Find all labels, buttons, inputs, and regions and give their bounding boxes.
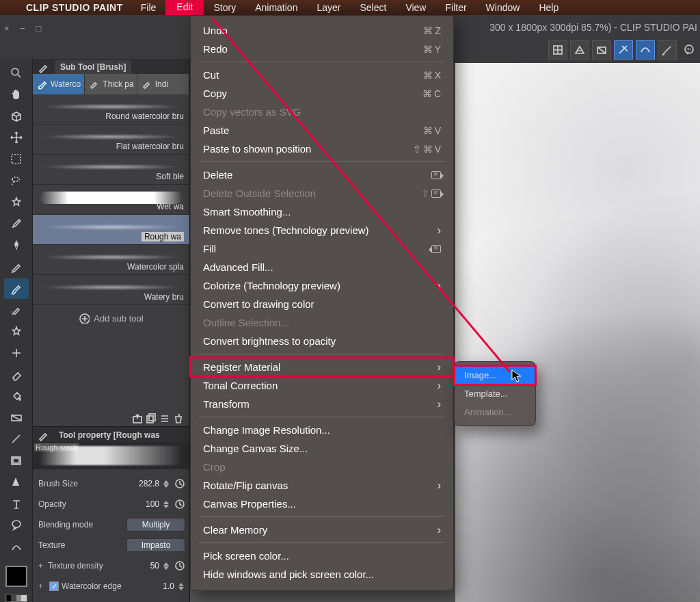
menu-item-redo[interactable]: RedoY <box>191 40 453 58</box>
menu-view[interactable]: View <box>396 0 435 15</box>
tool-ruler[interactable] <box>4 473 29 493</box>
stepper-icon[interactable] <box>163 497 170 512</box>
menu-file[interactable]: File <box>131 0 166 15</box>
texture-select[interactable]: Impasto <box>126 538 185 552</box>
tool-gradient[interactable] <box>4 408 29 428</box>
color-history[interactable] <box>5 594 27 602</box>
menu-animation[interactable]: Animation <box>245 0 307 15</box>
tool-lasso[interactable] <box>4 171 29 192</box>
checkbox-icon[interactable] <box>49 581 59 591</box>
brush-item[interactable]: Wet wa <box>33 185 189 215</box>
menu-item-paste-to-shown-position[interactable]: Paste to shown positionV <box>191 140 453 158</box>
tool-decoration[interactable] <box>4 322 29 342</box>
menu-item-canvas-properties[interactable]: Canvas Properties... <box>191 495 453 513</box>
tool-pen[interactable] <box>4 235 29 256</box>
tool-balloon[interactable] <box>4 516 29 536</box>
tool-fill[interactable] <box>4 387 29 407</box>
menu-story[interactable]: Story <box>204 0 245 15</box>
menu-item-undo[interactable]: UndoZ <box>191 21 453 40</box>
menu-window[interactable]: Window <box>476 0 530 15</box>
menu-item-smart-smoothing[interactable]: Smart Smoothing... <box>191 202 453 221</box>
prop-watercolor-edge[interactable]: + Watercolor edge 1.0 <box>38 576 185 597</box>
menu-item-fill[interactable]: Fill <box>191 239 453 258</box>
expand-icon[interactable]: + <box>38 581 45 591</box>
brush-item[interactable]: Watery bru <box>33 275 189 305</box>
snap-perspective-icon[interactable] <box>570 40 589 60</box>
panel-grip-icon[interactable] <box>37 430 49 442</box>
tool-marquee[interactable] <box>4 149 29 170</box>
canvas-paper[interactable] <box>455 63 700 602</box>
menu-item-hide-windows-and-pick-screen-color[interactable]: Hide windows and pick screen color... <box>191 565 453 584</box>
snap-special-ruler-icon[interactable] <box>636 40 655 60</box>
menu-item-paste[interactable]: PasteV <box>191 121 453 140</box>
tool-brush[interactable] <box>4 278 29 299</box>
prop-texture[interactable]: Texture Impasto <box>38 535 185 555</box>
dynamics-icon[interactable] <box>174 560 185 571</box>
tool-pencil[interactable] <box>4 257 29 278</box>
submenu-item-template[interactable]: Template... <box>455 384 535 403</box>
tool-3d-object[interactable] <box>4 106 29 127</box>
dynamics-icon[interactable] <box>174 478 185 489</box>
menu-item-transform[interactable]: Transform› <box>191 395 453 413</box>
menu-item-change-image-resolution[interactable]: Change Image Resolution... <box>191 421 453 439</box>
menu-item-convert-to-drawing-color[interactable]: Convert to drawing color <box>191 295 453 313</box>
menu-item-remove-tones-technology-preview[interactable]: Remove tones (Technology preview)› <box>191 221 453 239</box>
expand-icon[interactable]: + <box>38 561 45 571</box>
tool-airbrush[interactable] <box>4 300 29 321</box>
brush-item[interactable]: Soft ble <box>33 155 189 185</box>
menu-item-tonal-correction[interactable]: Tonal Correction› <box>191 376 453 395</box>
prop-brush-size[interactable]: Brush Size 282.8 <box>38 473 185 494</box>
menu-item-copy[interactable]: CopyC <box>191 84 453 103</box>
add-sub-tool-button[interactable]: Add sub tool <box>33 305 189 331</box>
color-swatch[interactable] <box>5 566 27 588</box>
menu-item-colorize-technology-preview[interactable]: Colorize (Technology preview)› <box>191 276 453 295</box>
blend-mode-select[interactable]: Multiply <box>126 518 185 532</box>
snap-off-icon[interactable] <box>592 40 611 60</box>
tool-frame[interactable] <box>4 451 29 471</box>
dynamics-icon[interactable] <box>174 499 185 510</box>
snap-ruler-pen-icon[interactable] <box>658 40 677 60</box>
window-controls[interactable]: × − □ <box>4 23 45 34</box>
stepper-icon[interactable] <box>178 579 185 594</box>
menu-item-delete[interactable]: Delete <box>191 166 453 184</box>
menu-filter[interactable]: Filter <box>435 0 476 15</box>
subtool-menu-icon[interactable] <box>158 413 172 425</box>
tool-line[interactable] <box>4 430 29 450</box>
prop-texture-density[interactable]: + Texture density 50 <box>38 555 185 576</box>
submenu-item-image[interactable]: Image... <box>455 366 535 384</box>
tool-eyedropper[interactable] <box>4 214 29 235</box>
tool-correct-line[interactable] <box>4 537 29 558</box>
snap-ruler-icon[interactable] <box>614 40 633 60</box>
tool-text[interactable] <box>4 494 29 514</box>
panel-grip-icon[interactable] <box>37 62 49 74</box>
tool-magnifier[interactable] <box>4 63 29 83</box>
tool-move[interactable] <box>4 128 29 148</box>
stepper-icon[interactable] <box>163 476 170 491</box>
prop-blending-mode[interactable]: Blending mode Multiply <box>38 514 185 535</box>
delete-subtool-icon[interactable] <box>172 413 185 425</box>
stepper-icon[interactable] <box>163 558 170 573</box>
menu-item-cut[interactable]: CutX <box>191 66 453 84</box>
subtool-tab-watercolor[interactable]: Waterco <box>33 74 85 94</box>
tool-hand[interactable] <box>4 85 29 105</box>
brush-item-selected[interactable]: Rough wa <box>33 215 189 245</box>
menu-edit[interactable]: Edit <box>165 0 204 16</box>
menu-select[interactable]: Select <box>350 0 396 15</box>
tool-eraser[interactable] <box>4 365 29 385</box>
menu-item-clear-memory[interactable]: Clear Memory› <box>191 521 453 539</box>
tool-blend[interactable] <box>4 343 29 364</box>
menu-item-pick-screen-color[interactable]: Pick screen color... <box>191 547 453 565</box>
tool-auto-select[interactable] <box>4 192 29 213</box>
menu-item-rotate-flip-canvas[interactable]: Rotate/Flip canvas› <box>191 476 453 495</box>
subtool-tab-india-ink[interactable]: Indi <box>137 74 189 94</box>
menu-item-advanced-fill[interactable]: Advanced Fill... <box>191 258 453 276</box>
menu-item-convert-brightness-to-opacity[interactable]: Convert brightness to opacity <box>191 332 453 350</box>
export-subtool-icon[interactable] <box>131 413 144 425</box>
menu-help[interactable]: Help <box>529 0 568 15</box>
menu-item-register-material[interactable]: Register Material› <box>191 358 453 376</box>
duplicate-subtool-icon[interactable] <box>144 413 158 425</box>
brush-item[interactable]: Flat watercolor bru <box>33 125 189 155</box>
prop-opacity[interactable]: Opacity 100 <box>38 494 185 514</box>
menu-item-change-canvas-size[interactable]: Change Canvas Size... <box>191 439 453 458</box>
feedback-icon[interactable]: ?! <box>679 40 699 60</box>
